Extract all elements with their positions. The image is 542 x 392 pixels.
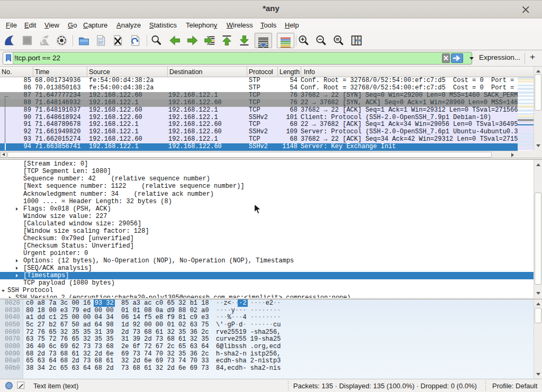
svg-text:0011: 0011 xyxy=(98,42,104,45)
